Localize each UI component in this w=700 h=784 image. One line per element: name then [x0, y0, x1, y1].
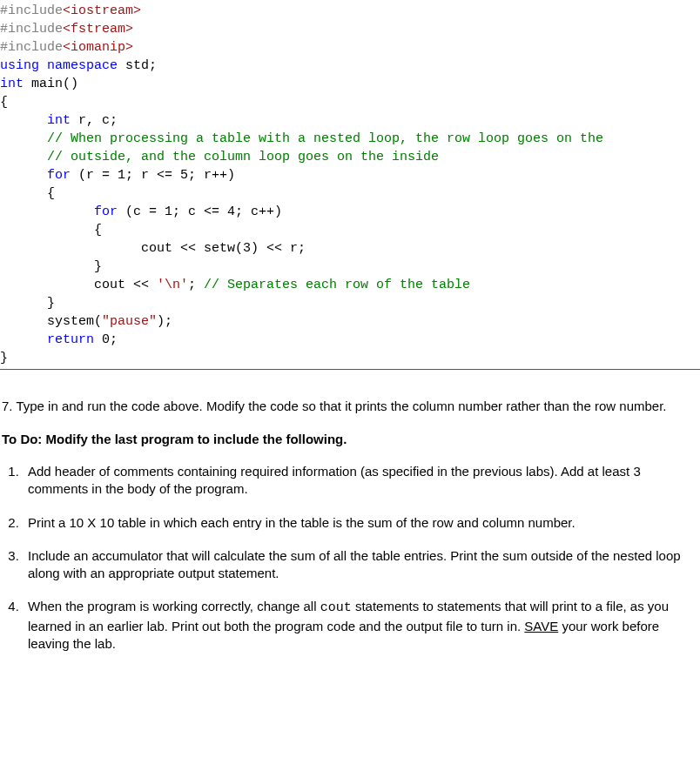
code-text: r, c; [71, 113, 118, 128]
code-text: { [0, 95, 8, 110]
code-include-file: <iomanip> [63, 40, 133, 55]
code-text [0, 204, 94, 219]
code-text: system( [0, 314, 102, 329]
code-text: (c = 1; c <= 4; c++) [118, 204, 282, 219]
todo-heading: To Do: Modify the last program to includ… [2, 431, 698, 448]
code-text: ); [157, 314, 172, 329]
code-text [39, 58, 47, 73]
code-keyword: for [94, 204, 118, 219]
code-line: #include [0, 22, 63, 37]
code-keyword: using [0, 58, 39, 73]
code-text [0, 332, 47, 347]
code-keyword: int [0, 77, 24, 91]
code-line: #include [0, 40, 63, 55]
code-line: #include [0, 3, 63, 18]
code-comment: // Separates each row of the table [204, 278, 470, 292]
code-block: #include<iostream> #include<fstream> #in… [0, 0, 700, 370]
code-text: ; [188, 278, 204, 292]
task-item-1: Add header of comments containing requir… [23, 463, 698, 499]
code-comment: // When processing a table with a nested… [0, 131, 603, 146]
code-string: '\n' [157, 278, 188, 292]
code-keyword: for [47, 168, 71, 183]
task-list: Add header of comments containing requir… [23, 463, 698, 653]
instructions-section: 7. Type in and run the code above. Modif… [0, 370, 700, 653]
code-text: } [0, 351, 8, 365]
code-text: cout << setw(3) << r; [0, 241, 306, 256]
code-text: main() [24, 77, 78, 91]
code-text: { [0, 223, 102, 238]
code-comment: // outside, and the column loop goes on … [0, 150, 439, 164]
code-text: std; [118, 58, 157, 73]
code-text: } [0, 296, 55, 311]
code-text: } [0, 259, 102, 274]
task-item-2: Print a 10 X 10 table in which each entr… [23, 514, 698, 532]
task-4-text-a: When the program is working correctly, c… [28, 599, 320, 613]
code-include-file: <fstream> [63, 22, 133, 37]
code-keyword: return [47, 332, 94, 347]
code-include-file: <iostream> [63, 3, 141, 18]
task-4-code-cout: cout [320, 600, 352, 615]
code-text: { [0, 186, 55, 201]
task-item-4: When the program is working correctly, c… [23, 598, 698, 653]
code-string: "pause" [102, 314, 157, 329]
code-text: (r = 1; r <= 5; r++) [71, 168, 235, 183]
code-text: cout << [0, 278, 157, 292]
code-keyword: int [47, 113, 71, 128]
task-item-3: Include an accumulator that will calcula… [23, 547, 698, 583]
code-keyword: namespace [47, 58, 118, 73]
task-4-save: SAVE [524, 619, 558, 633]
question-7: 7. Type in and run the code above. Modif… [2, 398, 698, 415]
code-text [0, 113, 47, 128]
code-text [0, 168, 47, 183]
code-text: 0; [94, 332, 118, 347]
